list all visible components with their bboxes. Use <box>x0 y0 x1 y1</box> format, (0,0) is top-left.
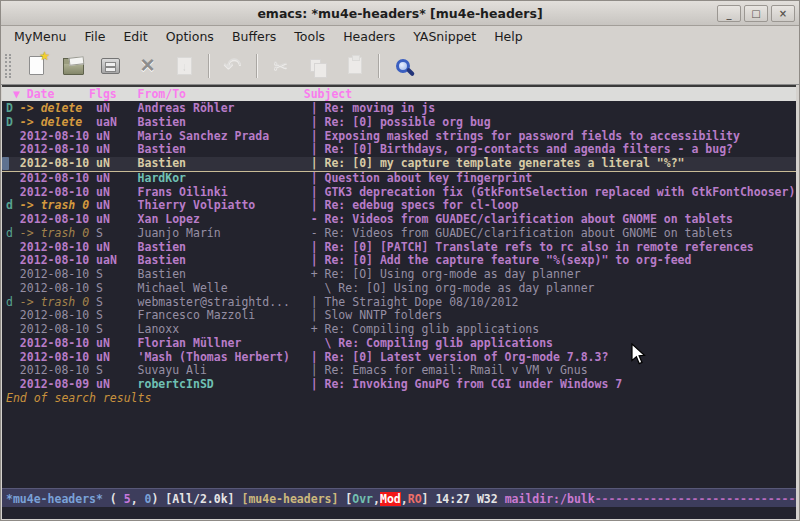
toolbar-grip-handle[interactable] <box>5 54 11 78</box>
message-row[interactable]: 2012-08-10 S Bastien + Re: [O] Using org… <box>2 268 796 282</box>
menu-edit[interactable]: Edit <box>114 26 156 47</box>
message-row[interactable]: 2012-08-10 uN Bastien | Re: [0] [PATCH] … <box>2 241 796 255</box>
undo-icon <box>223 53 241 79</box>
echo-area[interactable] <box>2 507 796 519</box>
menu-buffers[interactable]: Buffers <box>223 26 285 47</box>
message-row[interactable]: 2012-08-10 uN Bastien | Re: [0] Birthday… <box>2 143 796 157</box>
maximize-button[interactable]: □ <box>744 5 768 22</box>
message-row[interactable]: 2012-08-10 uN Mario Sanchez Prada | Expo… <box>2 130 796 144</box>
save-as-button[interactable] <box>166 51 203 81</box>
message-row[interactable]: d -> trash 0 uN Thierry Volpiatto | Re: … <box>2 199 796 213</box>
message-row[interactable]: 2012-08-10 S Michael Welle \ Re: [O] Usi… <box>2 282 796 296</box>
message-row[interactable]: 2012-08-09 uN robertcInSD | Re: Invoking… <box>2 378 796 392</box>
window-title: emacs: *mu4e-headers* [mu4e-headers] <box>257 6 542 21</box>
message-row[interactable]: 2012-08-10 S Lanoxx + Re: Compiling glib… <box>2 323 796 337</box>
headers-column-header: ▼ Date Flgs From/To Subject <box>2 85 796 101</box>
toolbar-separator <box>378 54 379 78</box>
message-row[interactable]: 2012-08-10 S Francesco Mazzoli | Slow NN… <box>2 309 796 323</box>
message-row[interactable]: 2012-08-10 uN Xan Lopez - Re: Videos fro… <box>2 213 796 227</box>
modeline-content: *mu4e-headers* ( 5, 0) [All/2.0k] [mu4e-… <box>6 492 795 506</box>
message-row[interactable]: 2012-08-10 uN 'Mash (Thomas Herbert) | R… <box>2 351 796 365</box>
open-file-button[interactable] <box>55 51 92 81</box>
new-file-icon <box>29 56 44 75</box>
copy-icon <box>310 59 321 72</box>
copy-button[interactable] <box>299 51 336 81</box>
emacs-window: emacs: *mu4e-headers* [mu4e-headers] _□×… <box>0 0 800 521</box>
save-as-icon <box>177 57 192 75</box>
minimize-button[interactable]: _ <box>717 5 741 22</box>
message-row[interactable]: 2012-08-10 uN Florian Müllner \ Re: Comp… <box>2 337 796 351</box>
message-row[interactable]: 2012-08-10 S Suvayu Ali | Re: Emacs for … <box>2 364 796 378</box>
menu-headers[interactable]: Headers <box>334 26 404 47</box>
end-of-results-label: End of search results <box>2 392 796 406</box>
close-buffer-icon <box>140 55 154 76</box>
menu-tools[interactable]: Tools <box>285 26 334 47</box>
save-file-icon <box>101 58 120 74</box>
menu-file[interactable]: File <box>76 26 115 47</box>
paste-button[interactable] <box>336 51 373 81</box>
menubar: MyMenuFileEditOptionsBuffersToolsHeaders… <box>1 26 799 47</box>
message-row[interactable]: d -> trash 0 S Juanjo Marín - Re: Videos… <box>2 227 796 241</box>
message-row[interactable]: 2012-08-10 uaN Bastien | Re: [0] Add the… <box>2 254 796 268</box>
message-row[interactable]: 2012-08-10 uN Bastien | Re: [0] my captu… <box>2 157 796 172</box>
toolbar <box>1 47 799 85</box>
menu-help[interactable]: Help <box>485 26 532 47</box>
menu-mymenu[interactable]: MyMenu <box>5 26 76 47</box>
modeline: *mu4e-headers* ( 5, 0) [All/2.0k] [mu4e-… <box>2 488 796 507</box>
toolbar-separator <box>256 54 257 78</box>
close-button[interactable]: × <box>771 5 795 22</box>
message-row[interactable]: D -> delete uaN Bastien | Re: [0] possib… <box>2 116 796 130</box>
toolbar-buttons <box>18 51 421 81</box>
window-buttons: _□× <box>717 5 795 22</box>
close-buffer-button[interactable] <box>129 51 166 81</box>
message-row[interactable]: 2012-08-10 uN HardKor | Question about k… <box>2 172 796 186</box>
open-file-icon <box>63 62 84 75</box>
mouse-cursor <box>631 343 649 367</box>
message-row[interactable]: d -> trash 0 S webmaster@straightd... | … <box>2 296 796 310</box>
menu-options[interactable]: Options <box>157 26 223 47</box>
message-list: D -> delete uN Andreas Röhler | Re: movi… <box>2 101 796 392</box>
undo-button[interactable] <box>214 51 251 81</box>
toolbar-separator <box>208 54 209 78</box>
search-button[interactable] <box>384 51 421 81</box>
cut-button[interactable] <box>262 51 299 81</box>
message-row[interactable]: D -> delete uN Andreas Röhler | Re: movi… <box>2 102 796 116</box>
scrollbar-thumb[interactable] <box>2 157 9 170</box>
titlebar[interactable]: emacs: *mu4e-headers* [mu4e-headers] _□× <box>1 1 799 26</box>
search-icon <box>396 59 410 73</box>
paste-icon <box>348 57 362 74</box>
new-file-button[interactable] <box>18 51 55 81</box>
message-row[interactable]: 2012-08-10 uN Frans Oilinki | GTK3 depre… <box>2 186 796 200</box>
menu-yasnippet[interactable]: YASnippet <box>404 26 485 47</box>
save-file-button[interactable] <box>92 51 129 81</box>
headers-buffer[interactable]: D -> delete uN Andreas Röhler | Re: movi… <box>2 101 796 488</box>
cut-icon <box>273 55 288 77</box>
